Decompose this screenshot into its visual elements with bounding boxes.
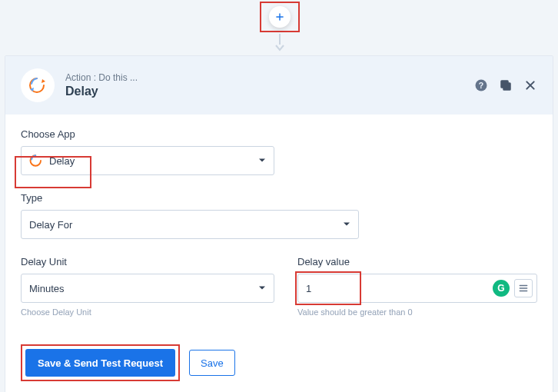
action-card: Action : Do this ... Delay ? Choose App xyxy=(5,55,553,392)
type-value: Delay For xyxy=(29,219,72,231)
add-step-highlight xyxy=(260,2,300,32)
help-icon[interactable]: ? xyxy=(474,78,488,92)
menu-icon[interactable] xyxy=(514,279,533,297)
save-button[interactable]: Save xyxy=(189,350,235,376)
card-body: Choose App Delay Type Delay For xyxy=(5,115,553,392)
add-step-button[interactable] xyxy=(269,6,291,28)
chevron-down-icon xyxy=(258,283,266,294)
delay-icon xyxy=(29,154,43,168)
svg-rect-7 xyxy=(501,81,508,88)
close-icon[interactable] xyxy=(523,78,537,92)
save-send-test-button[interactable]: Save & Send Test Request xyxy=(25,349,175,377)
type-label: Type xyxy=(21,192,537,204)
plus-icon xyxy=(274,12,285,22)
app-icon-badge xyxy=(21,68,55,102)
svg-text:?: ? xyxy=(479,81,483,90)
choose-app-select[interactable]: Delay xyxy=(21,146,274,175)
chevron-down-icon xyxy=(343,219,350,231)
delay-unit-help: Choose Delay Unit xyxy=(21,307,274,317)
connector-arrow xyxy=(275,43,284,52)
save-test-highlight: Save & Send Test Request xyxy=(21,344,180,381)
delay-value-help: Value should be greater than 0 xyxy=(297,307,537,317)
delay-unit-label: Delay Unit xyxy=(21,256,274,267)
type-select[interactable]: Delay For xyxy=(21,210,359,239)
card-subtitle: Action : Do this ... xyxy=(65,72,474,83)
delay-value-label: Delay value xyxy=(297,256,537,267)
delay-icon xyxy=(28,76,47,95)
card-header: Action : Do this ... Delay ? xyxy=(5,56,553,115)
svg-marker-2 xyxy=(42,79,45,83)
copy-icon[interactable] xyxy=(499,78,513,92)
delay-unit-select[interactable]: Minutes xyxy=(21,274,274,303)
card-title: Delay xyxy=(65,85,474,98)
choose-app-label: Choose App xyxy=(21,128,537,140)
delay-unit-value: Minutes xyxy=(29,283,65,294)
choose-app-value: Delay xyxy=(49,155,75,167)
chevron-down-icon xyxy=(258,155,266,167)
grammarly-icon[interactable]: G xyxy=(493,280,510,297)
